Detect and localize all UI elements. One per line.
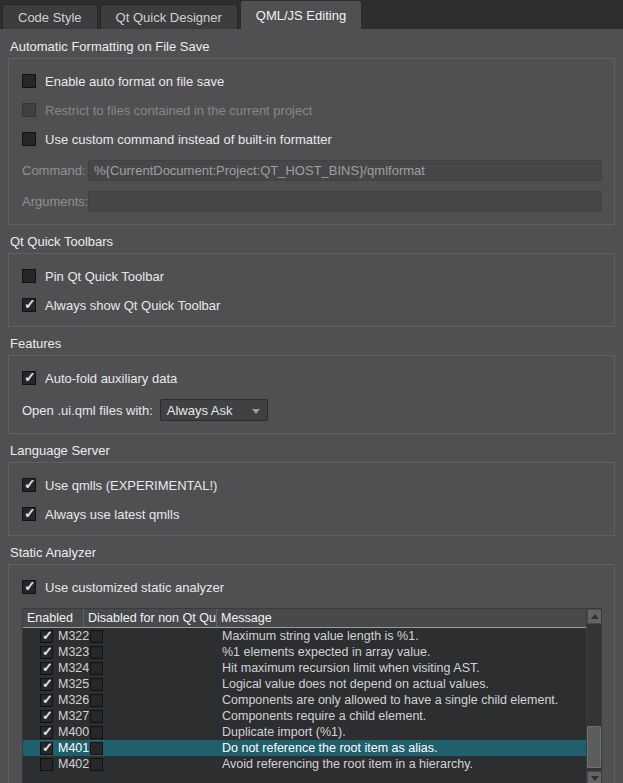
table-row[interactable]: M327 Components require a child element. [23, 708, 586, 724]
section-title-static-analyzer: Static Analyzer [10, 545, 615, 560]
use-customized-analyzer-label[interactable]: Use customized static analyzer [45, 580, 224, 595]
disabled-non-quick-checkbox[interactable] [90, 726, 103, 739]
disabled-non-quick-checkbox[interactable] [90, 662, 103, 675]
table-empty-area [23, 772, 586, 783]
row-pin-toolbar: Pin Qt Quick Toolbar [22, 268, 602, 284]
table-row[interactable]: M323 %1 elements expected in array value… [23, 644, 586, 660]
column-header-message[interactable]: Message [217, 609, 586, 627]
group-features: Auto-fold auxiliary data Open .ui.qml fi… [8, 355, 615, 434]
row-enable-auto-format: Enable auto format on file save [22, 73, 602, 89]
section-title-auto-format: Automatic Formatting on File Save [10, 39, 615, 54]
row-latest-qmlls: Always use latest qmlls [22, 506, 602, 522]
always-show-toolbar-label[interactable]: Always show Qt Quick Toolbar [45, 298, 220, 313]
section-title-toolbars: Qt Quick Toolbars [10, 234, 615, 249]
section-title-language-server: Language Server [10, 443, 615, 458]
group-toolbars: Pin Qt Quick Toolbar Always show Qt Quic… [8, 253, 615, 327]
use-custom-command-checkbox[interactable] [22, 132, 36, 146]
use-customized-analyzer-checkbox[interactable] [22, 580, 36, 594]
group-static-analyzer: Use customized static analyzer Enabled D… [8, 564, 615, 783]
rule-message: Do not reference the root item as alias. [217, 741, 586, 755]
latest-qmlls-checkbox[interactable] [22, 507, 36, 521]
restrict-files-checkbox [22, 103, 36, 117]
pin-toolbar-label[interactable]: Pin Qt Quick Toolbar [45, 269, 164, 284]
row-command: Command: %{CurrentDocument:Project:QT_HO… [22, 160, 602, 181]
command-input[interactable]: %{CurrentDocument:Project:QT_HOST_BINS}/… [88, 160, 602, 181]
use-qmlls-label[interactable]: Use qmlls (EXPERIMENTAL!) [45, 478, 217, 493]
section-title-features: Features [10, 336, 615, 351]
rule-message: Components are only allowed to have a si… [217, 693, 586, 707]
row-use-custom-command: Use custom command instead of built-in f… [22, 131, 602, 147]
auto-fold-checkbox[interactable] [22, 371, 36, 385]
vertical-scroll-thumb[interactable] [587, 726, 601, 768]
chevron-down-icon [252, 409, 260, 414]
row-use-qmlls: Use qmlls (EXPERIMENTAL!) [22, 477, 602, 493]
table-row-selected[interactable]: M401 Do not reference the root item as a… [23, 740, 586, 756]
table-row[interactable]: M324 Hit maximum recursion limit when vi… [23, 660, 586, 676]
column-header-enabled[interactable]: Enabled [23, 609, 84, 627]
disabled-non-quick-checkbox[interactable] [90, 630, 103, 643]
rule-message: %1 elements expected in array value. [217, 645, 586, 659]
enable-auto-format-label[interactable]: Enable auto format on file save [45, 74, 224, 89]
vertical-scrollbar[interactable] [586, 609, 601, 783]
enabled-checkbox[interactable] [40, 742, 53, 755]
arguments-label: Arguments: [22, 194, 88, 209]
enabled-checkbox[interactable] [40, 630, 53, 643]
static-analyzer-table: Enabled Disabled for non Qt Quick UI Mes… [22, 608, 602, 783]
auto-fold-label[interactable]: Auto-fold auxiliary data [45, 371, 177, 386]
group-auto-format: Enable auto format on file save Restrict… [8, 58, 615, 225]
down-arrow-icon [591, 776, 599, 781]
enable-auto-format-checkbox[interactable] [22, 74, 36, 88]
disabled-non-quick-checkbox[interactable] [90, 758, 103, 771]
rule-message: Maximum string value length is %1. [217, 629, 586, 643]
group-language-server: Use qmlls (EXPERIMENTAL!) Always use lat… [8, 462, 615, 536]
pin-toolbar-checkbox[interactable] [22, 269, 36, 283]
use-qmlls-checkbox[interactable] [22, 478, 36, 492]
column-header-disabled-non-quick[interactable]: Disabled for non Qt Quick UI [84, 609, 217, 627]
vertical-scroll-track[interactable] [587, 624, 601, 771]
disabled-non-quick-checkbox[interactable] [90, 710, 103, 723]
enabled-checkbox[interactable] [40, 758, 53, 771]
rule-message: Logical value does not depend on actual … [217, 677, 586, 691]
enabled-checkbox[interactable] [40, 710, 53, 723]
enabled-checkbox[interactable] [40, 694, 53, 707]
command-label: Command: [22, 163, 88, 178]
table-row[interactable]: M400 Duplicate import (%1). [23, 724, 586, 740]
tab-qt-quick-designer[interactable]: Qt Quick Designer [100, 4, 238, 29]
latest-qmlls-label[interactable]: Always use latest qmlls [45, 507, 179, 522]
tab-code-style[interactable]: Code Style [2, 4, 98, 29]
scroll-down-button[interactable] [587, 771, 601, 783]
scroll-up-button[interactable] [587, 609, 601, 624]
tab-qml-js-editing[interactable]: QML/JS Editing [240, 0, 362, 29]
open-ui-qml-combobox[interactable]: Always Ask [160, 399, 268, 421]
enabled-checkbox[interactable] [40, 646, 53, 659]
arguments-input[interactable] [88, 191, 602, 212]
table-row[interactable]: M402 Avoid referencing the root item in … [23, 756, 586, 772]
table-header: Enabled Disabled for non Qt Quick UI Mes… [23, 609, 586, 628]
disabled-non-quick-checkbox[interactable] [90, 742, 103, 755]
open-ui-qml-label: Open .ui.qml files with: [22, 403, 153, 418]
use-custom-command-label[interactable]: Use custom command instead of built-in f… [45, 132, 332, 147]
always-show-toolbar-checkbox[interactable] [22, 298, 36, 312]
enabled-checkbox[interactable] [40, 726, 53, 739]
row-always-show-toolbar: Always show Qt Quick Toolbar [22, 297, 602, 313]
row-use-customized-analyzer: Use customized static analyzer [22, 579, 602, 595]
table-row[interactable]: M325 Logical value does not depend on ac… [23, 676, 586, 692]
rule-message: Avoid referencing the root item in a hie… [217, 757, 586, 771]
qml-js-editing-pane: Automatic Formatting on File Save Enable… [0, 29, 623, 783]
row-restrict-files: Restrict to files contained in the curre… [22, 102, 602, 118]
table-row[interactable]: M322 Maximum string value length is %1. [23, 628, 586, 644]
disabled-non-quick-checkbox[interactable] [90, 678, 103, 691]
rule-message: Duplicate import (%1). [217, 725, 586, 739]
disabled-non-quick-checkbox[interactable] [90, 694, 103, 707]
row-auto-fold: Auto-fold auxiliary data [22, 370, 602, 386]
rule-message: Components require a child element. [217, 709, 586, 723]
enabled-checkbox[interactable] [40, 662, 53, 675]
enabled-checkbox[interactable] [40, 678, 53, 691]
rule-message: Hit maximum recursion limit when visitin… [217, 661, 586, 675]
up-arrow-icon [591, 614, 599, 619]
restrict-files-label: Restrict to files contained in the curre… [45, 103, 312, 118]
table-row[interactable]: M326 Components are only allowed to have… [23, 692, 586, 708]
disabled-non-quick-checkbox[interactable] [90, 646, 103, 659]
open-ui-qml-value: Always Ask [167, 403, 233, 418]
row-arguments: Arguments: [22, 191, 602, 212]
